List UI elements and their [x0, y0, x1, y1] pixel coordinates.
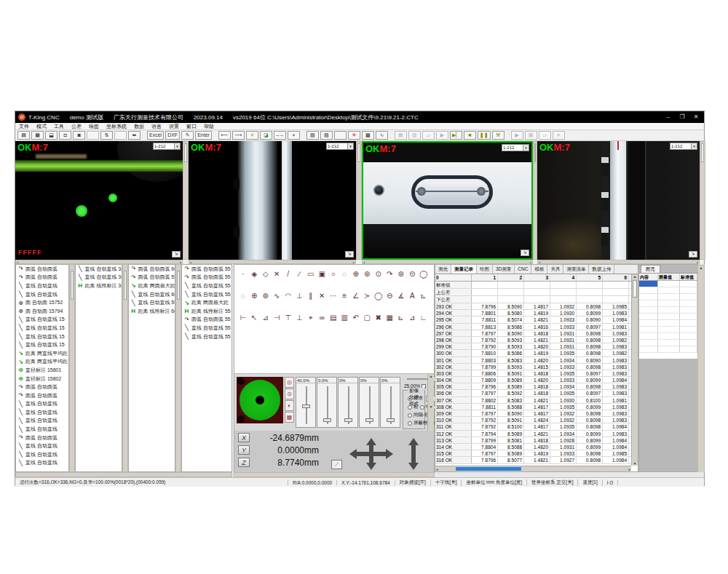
menu-item-语言[interactable]: 语言	[148, 123, 165, 130]
empty-cell[interactable]	[639, 314, 658, 319]
light-slider-3[interactable]: 0%	[338, 377, 358, 428]
empty-cell[interactable]	[658, 346, 680, 352]
feature-item-ldim[interactable]: H距离 线性标注 55	[182, 307, 232, 316]
measure-tool-icon[interactable]: ◌	[237, 291, 249, 300]
y-axis-button[interactable]: Y	[238, 445, 250, 455]
empty-cell[interactable]	[658, 320, 680, 326]
measure-tool-icon[interactable]: ↷	[384, 269, 396, 279]
slider-thumb[interactable]	[365, 418, 373, 422]
empty-cell[interactable]	[658, 281, 680, 287]
elements-row[interactable]	[639, 294, 697, 300]
feature-item-line[interactable]: ╲直线 自动直线 34	[76, 265, 122, 274]
measure-tool-icon[interactable]: ⊣	[272, 313, 283, 322]
empty-cell[interactable]	[658, 333, 680, 339]
camera-zoom-dropdown[interactable]: 1-212▾	[153, 143, 181, 150]
camera-pane-4[interactable]: OKM:71-212▾⇲	[537, 141, 700, 260]
camera2-vscrollbar[interactable]	[356, 141, 362, 260]
tab-3D测量[interactable]: 3D测量	[493, 265, 515, 274]
measure-tool-icon[interactable]: ◯	[373, 291, 384, 300]
camera4-vscrollbar[interactable]	[700, 141, 705, 260]
element-values-table[interactable]: 内容测量值标准值	[639, 273, 697, 359]
empty-cell[interactable]	[680, 307, 697, 313]
tab-测量记录[interactable]: 测量记录	[451, 265, 477, 274]
feature-item-line[interactable]: ╲直线 自动直线	[16, 450, 68, 459]
feature-list-2-scrollbar[interactable]	[122, 264, 128, 472]
feature-item-line[interactable]: ╲直线 自动直线 55	[182, 282, 232, 290]
feature-item-arc[interactable]: ↷圆弧 自动圆弧 66	[129, 265, 175, 274]
empty-cell[interactable]	[639, 294, 658, 300]
slider-thumb[interactable]	[387, 418, 395, 422]
table-row[interactable]: 302 OK7.87998.50931.48151.09330.80981.09…	[435, 364, 631, 370]
menu-item-帮助[interactable]: 帮助	[200, 123, 218, 130]
chevron-down-icon[interactable]: ▾	[691, 143, 697, 149]
measure-tool-icon[interactable]: A	[407, 291, 419, 300]
x-axis-button[interactable]: X	[238, 433, 250, 442]
chevron-down-icon[interactable]: ▾	[347, 143, 353, 149]
table-row[interactable]: 298 OK7.87928.50931.48211.09310.80981.09…	[435, 337, 631, 343]
feature-item-line[interactable]: ╲直线 自动直线	[16, 290, 68, 299]
empty-cell[interactable]	[658, 294, 680, 300]
empty-cell[interactable]	[639, 287, 658, 293]
feature-item-circle[interactable]: ⊕圆 自动圆 15752	[16, 298, 68, 307]
image-view-button[interactable]: ◪	[260, 131, 272, 140]
feature-item-dist[interactable]: ↘距离 两直线平均距	[16, 349, 68, 358]
table-row[interactable]: 301 OK7.88038.50831.48201.09340.80901.09…	[435, 357, 631, 364]
feature-list-1-scrollbar[interactable]	[69, 264, 75, 472]
feature-item-dist[interactable]: ↘距离 两圆最大距	[182, 298, 232, 307]
table-row[interactable]: 294 OK7.88018.50801.48191.09300.80991.09…	[435, 310, 631, 316]
measure-tool-icon[interactable]: ○	[328, 269, 339, 279]
measure-tool-icon[interactable]: ⊕	[249, 291, 261, 300]
empty-cell[interactable]	[658, 314, 680, 319]
table-row[interactable]: 295 OK7.88118.50741.48211.09330.80901.09…	[435, 316, 631, 323]
column-header-4[interactable]: 4	[550, 274, 577, 281]
measure-tool-icon[interactable]: ∟	[418, 313, 430, 322]
empty-cell[interactable]	[658, 300, 680, 306]
table-row[interactable]: 293 OK7.87968.50901.48171.09320.80981.09…	[435, 303, 631, 310]
empty-cell[interactable]	[680, 300, 697, 306]
camera-zoom-dropdown[interactable]: 1-212▾	[670, 143, 697, 150]
measure-tool-icon[interactable]: ∠	[350, 291, 362, 300]
empty-cell[interactable]	[639, 327, 658, 332]
camera-pane-3-selected[interactable]: OKM:71-212▾⇲	[362, 141, 533, 260]
elements-panel-scrollbar[interactable]: ▲	[697, 265, 705, 473]
feature-item-line[interactable]: ╲直线 自动直线 55	[182, 324, 232, 332]
feature-item-line[interactable]: ╲直线 自动直线 66	[129, 290, 175, 299]
probe-button[interactable]: ◘	[59, 131, 71, 140]
open-button[interactable]: ▦	[31, 131, 44, 140]
table-row-下公差[interactable]: 下公差	[435, 296, 631, 303]
table-row-标准值[interactable]: 标准值	[435, 282, 631, 289]
save-button[interactable]: ▤	[17, 131, 30, 140]
pane-resize-icon[interactable]: ⇲	[689, 251, 697, 258]
feature-list-column-2[interactable]: ╲直线 自动直线 34╲直线 自动直线 34H距离 线性标注 34	[75, 264, 122, 472]
measure-tool-icon[interactable]: ∡	[395, 291, 407, 300]
dxf-export-button[interactable]: DXF	[165, 131, 180, 140]
light-channel-button[interactable]: ◎	[285, 377, 294, 388]
table-row[interactable]: 315 OK7.87978.50891.48191.09330.80981.09…	[435, 450, 631, 457]
light-channel-button[interactable]: ⊙	[285, 388, 294, 399]
tab-测光[interactable]: 测光	[435, 265, 451, 274]
measure-tool-icon[interactable]: ✖	[373, 313, 384, 322]
feature-item-line[interactable]: ╲直线 自动直线	[16, 442, 68, 450]
feature-item-arc[interactable]: ↷圆弧 自动圆弧 55	[129, 274, 175, 282]
table-row[interactable]: 311 OK7.87928.51001.48171.09350.80981.09…	[435, 423, 631, 430]
feature-item-arc[interactable]: ↷圆弧 自动圆弧	[16, 274, 68, 282]
empty-cell[interactable]	[658, 287, 680, 293]
menu-item-坐标系统[interactable]: 坐标系统	[103, 123, 130, 130]
empty-cell[interactable]	[639, 307, 658, 313]
tab-测量清单[interactable]: 测量清单	[563, 265, 589, 274]
column-header-2[interactable]: 2	[498, 274, 524, 281]
feature-item-arc[interactable]: ↷圆弧 自动圆弧	[16, 391, 68, 400]
measure-tool-icon[interactable]: ⊝	[407, 269, 419, 279]
column-header-0[interactable]: 0	[435, 274, 472, 281]
stage-home-button[interactable]: ⬓	[45, 131, 58, 140]
arrow-left-button[interactable]: ⟵	[218, 131, 231, 140]
column-header-1[interactable]: 1	[472, 274, 498, 281]
measure-tool-icon[interactable]: ✕	[317, 291, 328, 300]
feature-item-diam[interactable]: ⊖直径标注 15802	[16, 375, 68, 383]
magnifier-button[interactable]: ⌖	[288, 131, 300, 140]
option-radio[interactable]	[408, 413, 412, 418]
feature-lists-hscrollbar[interactable]	[15, 472, 232, 477]
light-bulb-button[interactable]: ☀	[246, 131, 258, 140]
menu-item-数据[interactable]: 数据	[130, 123, 148, 130]
maximize-button[interactable]: ❐	[676, 113, 688, 121]
